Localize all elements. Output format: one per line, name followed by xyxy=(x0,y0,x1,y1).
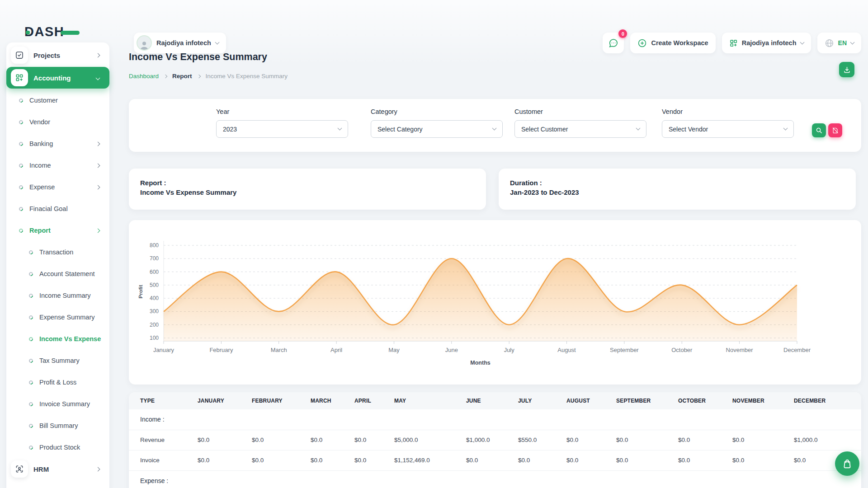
cell-value: $0.0 xyxy=(566,450,616,470)
workspace-selector-label: Rajodiya infotech xyxy=(156,39,211,47)
year-select[interactable]: 2023 xyxy=(216,120,348,138)
row-label: Revenue xyxy=(129,430,198,450)
sidebar-item-finacial-goal[interactable]: Finacial Goal xyxy=(6,198,109,220)
workspace-dropdown[interactable]: Rajodiya infotech xyxy=(722,33,811,53)
sidebar-item-profit-loss[interactable]: Profit & Loss xyxy=(6,371,109,393)
customer-select[interactable]: Select Customer xyxy=(514,120,646,138)
chart-xlabel: Months xyxy=(470,360,490,366)
cell-value: $0.0 xyxy=(311,430,354,450)
sidebar-item-product-stock[interactable]: Product Stock xyxy=(6,436,109,458)
topbar-actions: 0 Create Workspace Rajodiya infotech EN xyxy=(603,33,861,53)
chevron-right-icon xyxy=(197,74,200,78)
app-logo[interactable]: DASH xyxy=(24,24,79,40)
language-selector[interactable]: EN xyxy=(817,33,861,53)
column-header-type: TYPE xyxy=(129,392,198,409)
sidebar-item-income-summary[interactable]: Income Summary xyxy=(6,285,109,306)
breadcrumb-report[interactable]: Report xyxy=(172,73,192,80)
bullet-icon xyxy=(28,293,34,299)
report-table: TYPEJANUARYFEBRUARYMARCHAPRILMAYJUNEJULY… xyxy=(129,392,861,488)
vendor-select[interactable]: Select Vendor xyxy=(662,120,794,138)
cell-value: $0.0 xyxy=(732,450,794,470)
breadcrumb-current: Income Vs Expense Summary xyxy=(206,73,288,80)
sidebar-item-bill-summary[interactable]: Bill Summary xyxy=(6,415,109,436)
chevron-down-icon xyxy=(636,126,641,131)
bullet-icon xyxy=(18,184,24,190)
report-card-label: Report : xyxy=(140,178,475,188)
cell-value: $0.0 xyxy=(354,430,394,450)
category-select[interactable]: Select Category xyxy=(371,120,503,138)
sidebar-item-report[interactable]: Report xyxy=(6,220,109,241)
table-header-row: TYPEJANUARYFEBRUARYMARCHAPRILMAYJUNEJULY… xyxy=(129,392,861,409)
sidebar-item-banking[interactable]: Banking xyxy=(6,133,109,155)
bullet-icon xyxy=(28,423,34,429)
sidebar-item-vendor[interactable]: Vendor xyxy=(6,111,109,133)
create-workspace-label: Create Workspace xyxy=(651,39,708,47)
chevron-right-icon xyxy=(164,74,167,78)
bullet-icon xyxy=(28,271,34,277)
column-header-march: MARCH xyxy=(311,392,354,409)
sidebar-item-expense[interactable]: Expense xyxy=(6,176,109,198)
breadcrumb-dashboard[interactable]: Dashboard xyxy=(129,73,159,80)
sidebar-item-projects[interactable]: Projects xyxy=(6,44,109,66)
bullet-icon xyxy=(18,98,24,103)
chat-button[interactable]: 0 xyxy=(603,33,624,53)
hrm-person-icon xyxy=(15,465,24,474)
logo-dash-bar xyxy=(61,31,80,35)
chevron-down-icon xyxy=(338,126,342,131)
cell-value: $0.0 xyxy=(678,430,732,450)
workspace-selector[interactable]: Rajodiya infotech xyxy=(134,33,226,53)
report-card-value: Income Vs Expense Summary xyxy=(140,188,475,197)
sidebar-item-accounting[interactable]: Accounting xyxy=(6,67,109,89)
duration-card-value: Jan-2023 to Dec-2023 xyxy=(510,188,844,197)
sidebar-item-transaction[interactable]: Transaction xyxy=(6,241,109,263)
svg-text:November: November xyxy=(726,347,754,353)
chevron-right-icon xyxy=(96,141,100,146)
workspace-dropdown-label: Rajodiya infotech xyxy=(742,39,797,47)
sidebar-item-customer[interactable]: Customer xyxy=(6,89,109,111)
sidebar-item-account-statement[interactable]: Account Statement xyxy=(6,263,109,285)
plus-circle-icon xyxy=(637,38,647,48)
column-header-april: APRIL xyxy=(354,392,394,409)
duration-card-label: Duration : xyxy=(510,178,844,188)
cell-value: $0.0 xyxy=(252,450,311,470)
column-header-january: JANUARY xyxy=(198,392,252,409)
cell-value: $0.0 xyxy=(354,450,394,470)
column-header-august: AUGUST xyxy=(566,392,616,409)
bullet-icon xyxy=(28,380,34,385)
sidebar-item-expense-summary[interactable]: Expense Summary xyxy=(6,306,109,328)
sidebar-item-hrm[interactable]: HRM xyxy=(6,458,109,480)
cell-value: $1,000.0 xyxy=(794,430,861,450)
projects-checkbox-icon xyxy=(15,51,24,60)
accounting-grid-icon xyxy=(15,73,24,82)
shopping-bag-icon xyxy=(842,458,853,469)
table-row-revenue: Revenue$0.0$0.0$0.0$0.0$5,000.0$1,000.0$… xyxy=(129,430,861,450)
bullet-icon xyxy=(28,314,34,320)
sidebar-item-income[interactable]: Income xyxy=(6,155,109,176)
table-row-invoice: Invoice$0.0$0.0$0.0$0.0$1,152,469.0$0.0$… xyxy=(129,450,861,470)
svg-text:May: May xyxy=(388,347,400,353)
create-workspace-button[interactable]: Create Workspace xyxy=(630,33,715,53)
row-label: Invoice xyxy=(129,450,198,470)
svg-text:300: 300 xyxy=(150,308,159,314)
chevron-down-icon xyxy=(800,40,804,44)
report-summary-card: Report : Income Vs Expense Summary xyxy=(129,169,486,210)
apply-filter-button[interactable] xyxy=(812,123,826,137)
cell-value: $0.0 xyxy=(566,430,616,450)
cell-value: $0.0 xyxy=(198,430,252,450)
sidebar-item-tax-summary[interactable]: Tax Summary xyxy=(6,350,109,371)
column-header-may: MAY xyxy=(394,392,466,409)
chevron-down-icon xyxy=(215,40,219,44)
column-header-november: NOVEMBER xyxy=(732,392,794,409)
sidebar-item-invoice-summary[interactable]: Invoice Summary xyxy=(6,393,109,415)
page-title: Income Vs Expense Summary xyxy=(129,52,267,63)
sidebar-item-income-vs-expense[interactable]: Income Vs Expense xyxy=(6,328,109,350)
cart-fab-button[interactable] xyxy=(835,451,859,476)
column-header-october: OCTOBER xyxy=(678,392,732,409)
download-button[interactable] xyxy=(839,62,854,77)
svg-text:100: 100 xyxy=(150,335,159,341)
reset-filter-button[interactable] xyxy=(828,123,842,137)
duration-summary-card: Duration : Jan-2023 to Dec-2023 xyxy=(499,169,856,210)
cell-value: $0.0 xyxy=(311,450,354,470)
cell-value: $0.0 xyxy=(616,430,678,450)
section-label: Expense : xyxy=(129,470,198,488)
